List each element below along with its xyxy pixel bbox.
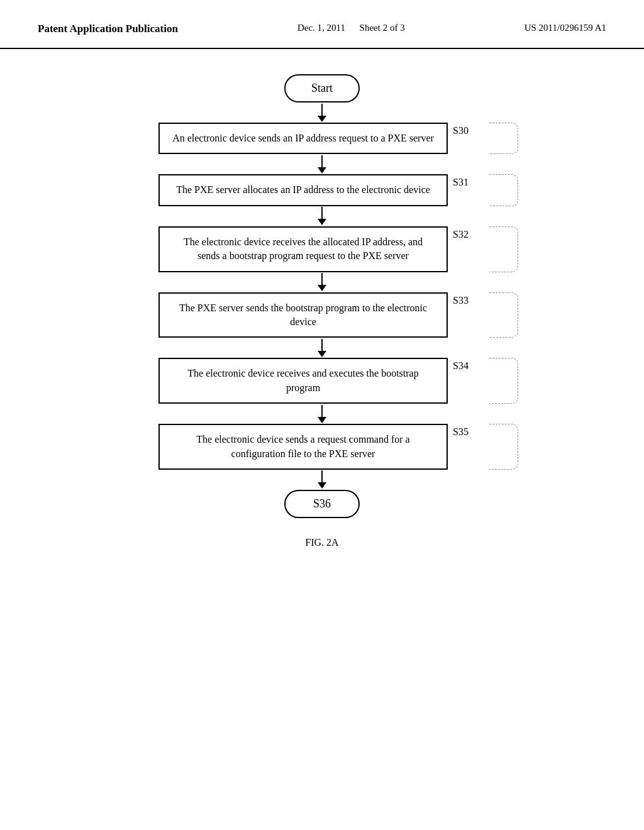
dashed-bracket-S32: [489, 226, 518, 272]
step-S35-row: The electronic device sends a request co…: [158, 424, 486, 470]
arrow-6: [318, 470, 326, 490]
step-S33-box: The PXE server sends the bootstrap progr…: [158, 292, 448, 338]
publication-label: Patent Application Publication: [38, 23, 178, 35]
step-S33-row: The PXE server sends the bootstrap progr…: [158, 292, 486, 338]
dashed-bracket-S35: [489, 424, 518, 470]
step-S35-label: S35: [448, 424, 469, 438]
page-header: Patent Application Publication Dec. 1, 2…: [0, 0, 644, 49]
dashed-bracket-S33: [489, 292, 518, 338]
start-oval: Start: [284, 74, 360, 102]
dashed-bracket-S31: [489, 174, 518, 206]
figure-caption: FIG. 2A: [305, 537, 338, 548]
sheet-info: Sheet 2 of 3: [360, 23, 405, 33]
end-oval: S36: [284, 490, 360, 518]
dashed-bracket-S34: [489, 358, 518, 404]
step-S31-row: The PXE server allocates an IP address t…: [158, 174, 486, 206]
step-S32-label: S32: [448, 226, 469, 240]
step-S30-row: An electronic device sends an IP address…: [158, 123, 486, 154]
step-S33-label-col: S33: [448, 292, 486, 338]
step-S31-label-col: S31: [448, 174, 486, 206]
arrow-2: [318, 206, 326, 226]
step-S32-row: The electronic device receives the alloc…: [158, 226, 486, 272]
step-S32-label-col: S32: [448, 226, 486, 272]
step-S30-label-col: S30: [448, 123, 486, 154]
arrow-3: [318, 272, 326, 292]
step-S35-label-col: S35: [448, 424, 486, 470]
header-center: Dec. 1, 2011 Sheet 2 of 3: [297, 23, 405, 33]
step-S31-label: S31: [448, 174, 469, 188]
flowchart: Start An electronic device sends an IP a…: [133, 74, 511, 548]
step-S34-row: The electronic device receives and execu…: [158, 358, 486, 404]
arrow-0: [318, 102, 326, 123]
step-S34-box: The electronic device receives and execu…: [158, 358, 448, 404]
step-S30-label: S30: [448, 123, 469, 136]
step-S32-box: The electronic device receives the alloc…: [158, 226, 448, 272]
step-S34-label: S34: [448, 358, 469, 372]
main-content: Start An electronic device sends an IP a…: [0, 49, 644, 573]
arrow-1: [318, 154, 326, 174]
step-S33-label: S33: [448, 292, 469, 306]
step-S31-box: The PXE server allocates an IP address t…: [158, 174, 448, 206]
step-S30-box: An electronic device sends an IP address…: [158, 123, 448, 154]
step-S35-box: The electronic device sends a request co…: [158, 424, 448, 470]
step-S34-label-col: S34: [448, 358, 486, 404]
patent-number: US 2011/0296159 A1: [525, 23, 606, 33]
dashed-bracket-S30: [489, 123, 518, 154]
pub-date: Dec. 1, 2011: [297, 23, 345, 33]
arrow-4: [318, 338, 326, 358]
arrow-5: [318, 404, 326, 424]
